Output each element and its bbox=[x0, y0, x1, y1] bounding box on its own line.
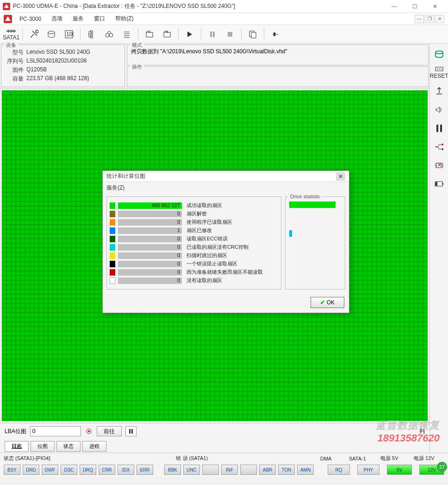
device-model-label: 型号 bbox=[5, 49, 24, 57]
pause-indicator[interactable] bbox=[125, 426, 137, 436]
color-swatch bbox=[110, 261, 115, 267]
side-disk-button[interactable] bbox=[432, 47, 446, 61]
side-connector-button[interactable] bbox=[432, 140, 446, 154]
maximize-button[interactable]: ☐ bbox=[404, 1, 425, 12]
svg-point-30 bbox=[88, 430, 90, 432]
status-drq[interactable]: DRQ bbox=[80, 465, 96, 475]
percent-button[interactable]: 100% bbox=[61, 26, 77, 42]
status-drd[interactable]: DRD bbox=[23, 465, 39, 475]
status-bsy[interactable]: BSY bbox=[4, 465, 20, 475]
goto-button[interactable]: 前往 bbox=[97, 426, 122, 436]
error-ton[interactable]: TON bbox=[278, 465, 295, 475]
color-swatch bbox=[110, 236, 115, 242]
mdi-controls: — ❐ ✕ bbox=[415, 15, 444, 23]
right-sidebar: RESET ✕ bbox=[429, 44, 448, 453]
ok-button[interactable]: ✔ OK bbox=[311, 297, 344, 308]
status-dsc[interactable]: DSC bbox=[61, 465, 77, 475]
menu-options[interactable]: 选项 bbox=[47, 13, 67, 24]
status-idx[interactable]: IDX bbox=[118, 465, 134, 475]
battery-icon bbox=[434, 181, 444, 187]
side-pause-button[interactable] bbox=[432, 121, 446, 135]
folder-in-button[interactable] bbox=[141, 26, 158, 42]
error-abr[interactable]: ABR bbox=[259, 465, 276, 475]
device-groupbox: 设备 型号Lenovo SSD SL500 240G 序列号LSL5024018… bbox=[1, 44, 125, 87]
error-blank1[interactable] bbox=[202, 465, 219, 475]
menu-app[interactable]: PC-3000 bbox=[15, 14, 46, 24]
svg-rect-51 bbox=[442, 183, 443, 185]
list-button[interactable] bbox=[118, 26, 135, 42]
svg-rect-9 bbox=[91, 36, 93, 38]
statistics-dialog: 统计和计算位图 ✕ 服务(Z) 468 862 127成功读取的扇区0扇区解密0… bbox=[102, 170, 349, 313]
error-amn[interactable]: AMN bbox=[297, 465, 314, 475]
side-chip-button[interactable]: ✕ bbox=[432, 158, 446, 172]
tab-log[interactable]: 日志 bbox=[5, 441, 29, 452]
side-eject-button[interactable] bbox=[432, 84, 446, 98]
copy-icon bbox=[248, 30, 257, 39]
binoculars-icon bbox=[105, 30, 114, 39]
drive-bar-green bbox=[289, 202, 336, 208]
mdi-restore[interactable]: ❐ bbox=[425, 15, 434, 23]
menu-window[interactable]: 窗口 bbox=[89, 13, 110, 24]
tab-bitmap[interactable]: 位图 bbox=[31, 441, 55, 452]
mdi-minimize[interactable]: — bbox=[415, 15, 424, 23]
dialog-title-text: 统计和计算位图 bbox=[106, 172, 145, 180]
svg-rect-52 bbox=[436, 182, 437, 186]
dialog-close-button[interactable]: ✕ bbox=[336, 172, 345, 181]
tab-status[interactable]: 状态 bbox=[56, 441, 81, 452]
error-unc[interactable]: UNC bbox=[183, 465, 200, 475]
side-reset-button[interactable]: RESET bbox=[432, 66, 446, 80]
svg-point-33 bbox=[436, 51, 443, 54]
stats-value: 1 bbox=[177, 227, 180, 233]
sata-port-button[interactable]: SATA1 bbox=[3, 26, 19, 42]
close-button[interactable]: ✕ bbox=[425, 1, 445, 12]
tree-button[interactable] bbox=[83, 26, 100, 42]
menu-help[interactable]: 帮助(Z) bbox=[111, 13, 138, 24]
tab-process[interactable]: 进程 bbox=[82, 441, 106, 452]
target-flag-icon[interactable] bbox=[85, 427, 93, 435]
chip-icon: ✕ bbox=[434, 161, 444, 170]
pause-button[interactable] bbox=[204, 26, 221, 42]
stats-bar: 0 bbox=[118, 244, 182, 251]
mdi-close[interactable]: ✕ bbox=[435, 15, 444, 23]
folder-out-button[interactable] bbox=[159, 26, 175, 42]
dma-rq[interactable]: RQ bbox=[328, 465, 350, 475]
power-5v[interactable]: 5V bbox=[387, 465, 412, 475]
dialog-titlebar[interactable]: 统计和计算位图 ✕ bbox=[103, 171, 349, 182]
slider-icon bbox=[271, 30, 280, 39]
sata-phy[interactable]: PHY bbox=[357, 465, 380, 475]
error-bbk[interactable]: BBK bbox=[164, 465, 181, 475]
stats-value: 0 bbox=[177, 211, 180, 216]
disk-info-button[interactable] bbox=[43, 26, 60, 42]
status-header-row: 状态 (SATA1)-[PIO4] 错 误 (SATA1) DMA SATA-1… bbox=[0, 453, 448, 463]
status-crr[interactable]: CRR bbox=[99, 465, 115, 475]
lba-input[interactable] bbox=[30, 426, 81, 436]
slider-button[interactable] bbox=[267, 26, 284, 42]
dialog-menu[interactable]: 服务(Z) bbox=[103, 182, 349, 194]
side-audio-button[interactable] bbox=[432, 103, 446, 117]
stats-bar: 0 bbox=[118, 252, 182, 259]
copy-button[interactable] bbox=[244, 26, 261, 42]
minimize-button[interactable]: — bbox=[384, 1, 404, 12]
error-blank2[interactable] bbox=[240, 465, 257, 475]
menu-services[interactable]: 服务 bbox=[68, 13, 88, 24]
folder-in-icon bbox=[145, 30, 154, 39]
lba-controls: LBA位图 前往 列 bbox=[0, 423, 429, 439]
window-controls: — ☐ ✕ bbox=[384, 1, 445, 12]
error-inf[interactable]: INF bbox=[221, 465, 238, 475]
svg-rect-17 bbox=[164, 32, 170, 37]
status-dwf[interactable]: DWF bbox=[42, 465, 58, 475]
search-button[interactable] bbox=[101, 26, 118, 42]
svg-point-41 bbox=[442, 148, 443, 150]
status-err[interactable]: ERR bbox=[137, 465, 153, 475]
tools-button[interactable] bbox=[25, 26, 42, 42]
stats-bar: 1 bbox=[118, 227, 182, 234]
stop-button[interactable] bbox=[222, 26, 238, 42]
side-battery-button[interactable] bbox=[432, 177, 446, 191]
tree-icon bbox=[87, 30, 96, 39]
pause-icon bbox=[129, 429, 133, 434]
stats-row: 0已读取的扇区没有CRC控制 bbox=[110, 244, 278, 251]
play-button[interactable] bbox=[181, 26, 198, 42]
svg-point-36 bbox=[439, 69, 440, 69]
ok-label: OK bbox=[327, 299, 335, 306]
sata-port-label: SATA1 bbox=[3, 34, 19, 41]
